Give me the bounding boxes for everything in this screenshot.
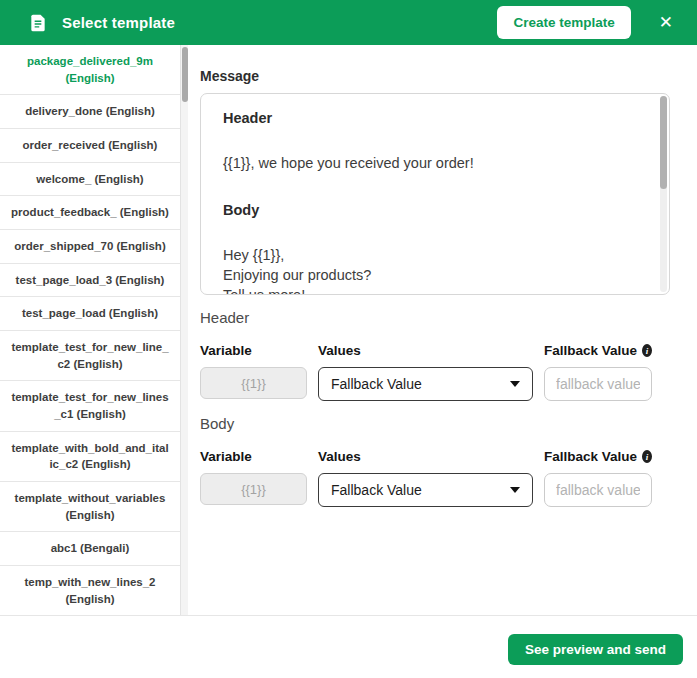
create-template-button[interactable]: Create template xyxy=(497,6,630,39)
fallback-column: Fallback Value i xyxy=(544,449,652,507)
preview-body-text: Hey {{1}}, Enjoying our products? Tell u… xyxy=(223,245,643,295)
fallback-value-input[interactable] xyxy=(544,473,652,507)
dialog-footer: See preview and send xyxy=(0,615,697,678)
dialog-title: Select template xyxy=(62,14,483,31)
fallback-label-text: Fallback Value xyxy=(544,449,637,464)
fallback-column: Fallback Value i xyxy=(544,343,652,401)
info-icon[interactable]: i xyxy=(642,344,652,357)
template-list-item[interactable]: welcome_ (English) xyxy=(0,163,180,197)
template-list-item[interactable]: test_page_load (English) xyxy=(0,297,180,331)
chevron-down-icon xyxy=(510,487,520,493)
values-dropdown-selected: Fallback Value xyxy=(331,482,422,498)
dialog-body: package_delivered_9m (English) delivery_… xyxy=(0,45,697,615)
variable-label: Variable xyxy=(200,449,307,464)
template-list-item[interactable]: abc1 (Bengali) xyxy=(0,532,180,566)
template-list-item[interactable]: order_shipped_70 (English) xyxy=(0,230,180,264)
sidebar-scrollbar-thumb[interactable] xyxy=(182,47,188,102)
section-title: Header xyxy=(200,309,670,326)
fallback-label-text: Fallback Value xyxy=(544,343,637,358)
template-list-item[interactable]: product_feedback_ (English) xyxy=(0,196,180,230)
values-dropdown-selected: Fallback Value xyxy=(331,376,422,392)
message-scrollbar-thumb[interactable] xyxy=(660,96,667,189)
variable-section: Body Variable Values Fallback Value Fall… xyxy=(200,415,670,507)
select-template-dialog: Select template Create template ✕ packag… xyxy=(0,0,697,678)
message-preview: Header {{1}}, we hope you received your … xyxy=(200,93,670,295)
values-dropdown[interactable]: Fallback Value xyxy=(318,473,533,507)
fallback-label: Fallback Value i xyxy=(544,343,652,358)
fields-row: Variable Values Fallback Value Fallback … xyxy=(200,343,670,401)
fallback-label: Fallback Value i xyxy=(544,449,652,464)
values-column: Values Fallback Value xyxy=(318,449,533,507)
preview-header-text: {{1}}, we hope you received your order! xyxy=(223,153,643,173)
template-list-item[interactable]: delivery_done (English) xyxy=(0,95,180,129)
template-detail-pane: Message Header {{1}}, we hope you receiv… xyxy=(188,45,697,615)
variable-label: Variable xyxy=(200,343,307,358)
fields-row: Variable Values Fallback Value Fallback … xyxy=(200,449,670,507)
see-preview-and-send-button[interactable]: See preview and send xyxy=(508,634,683,665)
template-list-item[interactable]: template_with_bold_and_italic_c2 (Englis… xyxy=(0,432,180,482)
preview-body-title: Body xyxy=(223,202,643,218)
section-title: Body xyxy=(200,415,670,432)
values-label: Values xyxy=(318,449,533,464)
chevron-down-icon xyxy=(510,381,520,387)
template-list-item[interactable]: temp_with_new_lines_2 (English) xyxy=(0,566,180,615)
document-icon xyxy=(28,13,48,33)
template-list-item[interactable]: package_delivered_9m (English) xyxy=(0,45,180,95)
template-list-item[interactable]: test_page_load_3 (English) xyxy=(0,264,180,298)
message-label: Message xyxy=(200,68,670,84)
variable-input xyxy=(200,367,307,399)
dialog-header: Select template Create template ✕ xyxy=(0,0,697,45)
info-icon[interactable]: i xyxy=(642,450,652,463)
sidebar-scrollbar[interactable] xyxy=(180,45,188,615)
variable-column: Variable xyxy=(200,449,307,507)
template-list-item[interactable]: template_without_variables (English) xyxy=(0,482,180,532)
template-list-item[interactable]: template_test_for_new_lines_c1 (English) xyxy=(0,381,180,431)
close-icon[interactable]: ✕ xyxy=(651,10,681,35)
values-column: Values Fallback Value xyxy=(318,343,533,401)
values-label: Values xyxy=(318,343,533,358)
template-list-item[interactable]: template_test_for_new_line_c2 (English) xyxy=(0,331,180,381)
variable-column: Variable xyxy=(200,343,307,401)
values-dropdown[interactable]: Fallback Value xyxy=(318,367,533,401)
template-list-item[interactable]: order_received (English) xyxy=(0,129,180,163)
variable-section: Header Variable Values Fallback Value Fa… xyxy=(200,309,670,401)
variable-input xyxy=(200,473,307,505)
fallback-value-input[interactable] xyxy=(544,367,652,401)
variable-sections: Header Variable Values Fallback Value Fa… xyxy=(200,309,670,507)
preview-header-title: Header xyxy=(223,110,643,126)
message-scrollbar[interactable] xyxy=(660,96,667,292)
template-list: package_delivered_9m (English) delivery_… xyxy=(0,45,180,615)
